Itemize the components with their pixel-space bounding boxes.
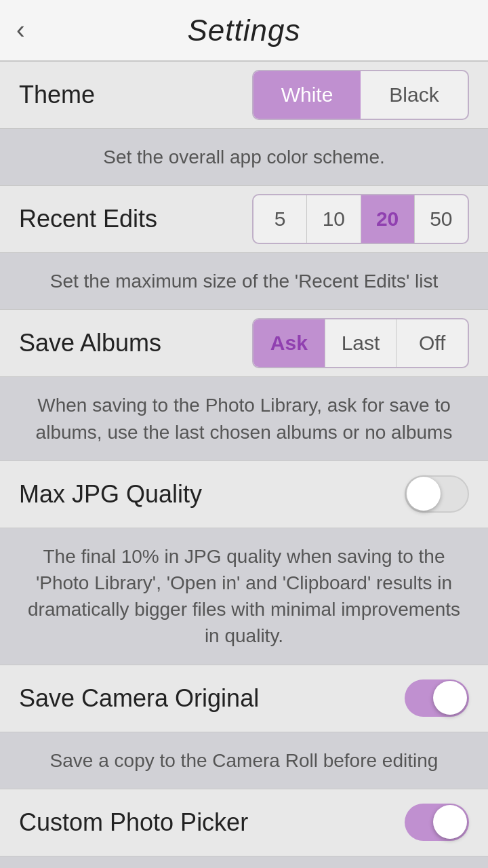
custom-photo-picker-toggle[interactable] bbox=[405, 804, 469, 841]
theme-option-black[interactable]: Black bbox=[361, 71, 468, 119]
recent-edits-description: Set the maximum size of the 'Recent Edit… bbox=[0, 253, 488, 309]
theme-label: Theme bbox=[19, 81, 95, 109]
max-jpg-quality-thumb bbox=[407, 477, 441, 511]
recent-edits-option-10[interactable]: 10 bbox=[307, 195, 361, 243]
custom-photo-picker-thumb bbox=[433, 805, 467, 839]
save-camera-original-description: Save a copy to the Camera Roll before ed… bbox=[0, 732, 488, 789]
custom-photo-picker-label: Custom Photo Picker bbox=[19, 808, 248, 837]
theme-description: Set the overall app color scheme. bbox=[0, 129, 488, 185]
recent-edits-segmented[interactable]: 5 10 20 50 bbox=[252, 194, 469, 244]
custom-photo-picker-row: Custom Photo Picker bbox=[0, 789, 488, 856]
save-camera-original-label: Save Camera Original bbox=[19, 684, 259, 713]
recent-edits-option-50[interactable]: 50 bbox=[415, 195, 468, 243]
save-camera-original-thumb bbox=[433, 681, 467, 715]
max-jpg-quality-description: The final 10% in JPG quality when saving… bbox=[0, 528, 488, 665]
save-albums-description: When saving to the Photo Library, ask fo… bbox=[0, 377, 488, 460]
save-albums-label: Save Albums bbox=[19, 329, 161, 357]
header: ‹ Settings bbox=[0, 0, 488, 61]
theme-option-white[interactable]: White bbox=[253, 71, 361, 119]
save-albums-option-last[interactable]: Last bbox=[325, 319, 397, 367]
save-camera-original-toggle[interactable] bbox=[405, 679, 469, 717]
theme-segmented[interactable]: White Black bbox=[252, 70, 469, 120]
save-albums-row: Save Albums Ask Last Off bbox=[0, 309, 488, 377]
max-jpg-quality-row: Max JPG Quality bbox=[0, 460, 488, 528]
save-albums-option-ask[interactable]: Ask bbox=[253, 319, 325, 367]
recent-edits-label: Recent Edits bbox=[19, 205, 157, 233]
save-camera-original-row: Save Camera Original bbox=[0, 665, 488, 732]
save-albums-option-off[interactable]: Off bbox=[396, 319, 468, 367]
max-jpg-quality-label: Max JPG Quality bbox=[19, 480, 202, 509]
recent-edits-row: Recent Edits 5 10 20 50 bbox=[0, 185, 488, 253]
recent-edits-option-20[interactable]: 20 bbox=[361, 195, 415, 243]
recent-edits-option-5[interactable]: 5 bbox=[253, 195, 307, 243]
save-albums-segmented[interactable]: Ask Last Off bbox=[252, 318, 469, 368]
page-title: Settings bbox=[188, 14, 301, 47]
custom-photo-picker-description: Turn Off to use the Classic Photo Picker bbox=[0, 856, 488, 868]
theme-row: Theme White Black bbox=[0, 61, 488, 129]
back-button[interactable]: ‹ bbox=[16, 16, 25, 45]
max-jpg-quality-toggle[interactable] bbox=[405, 475, 469, 513]
